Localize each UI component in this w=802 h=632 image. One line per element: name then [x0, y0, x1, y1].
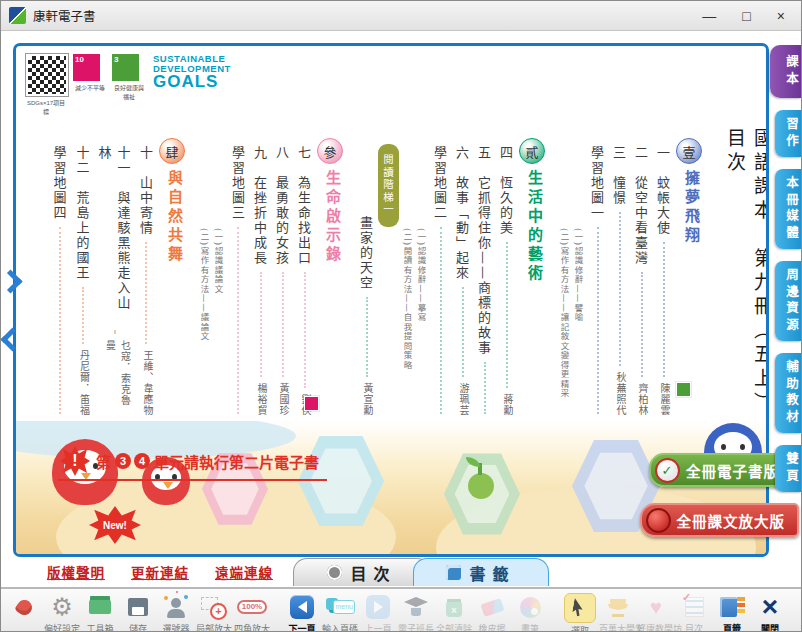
- toolbar-item-label: 儲存: [119, 622, 157, 632]
- tool-頁籤[interactable]: 頁籤: [713, 590, 751, 632]
- toc-entry[interactable]: 學習地圖三 106: [227, 112, 247, 434]
- right-tab-習作[interactable]: 習作: [775, 110, 801, 157]
- toc-entry[interactable]: 三 憧憬 秋蕪照代 26: [609, 112, 628, 434]
- tool-上一頁[interactable]: 上一頁: [359, 590, 397, 632]
- tool-局部放大[interactable]: 局部放大: [195, 590, 233, 632]
- tool-選取[interactable]: 選取: [561, 590, 599, 632]
- entry-author: 游珮芸: [452, 383, 471, 416]
- disc-notice: ! 第 34 單元請執行第二片電子書: [58, 446, 327, 481]
- page-tabs-icon: [717, 593, 747, 621]
- toolbar-item-label: 偏好設定: [43, 622, 81, 632]
- footer-link-版權聲明[interactable]: 版權聲明: [47, 562, 105, 582]
- tool-好康教學坊[interactable]: 好康教學坊: [637, 590, 675, 632]
- tool-下一頁[interactable]: 下一頁: [283, 590, 321, 632]
- toc-entry[interactable]: 二 從空中看臺灣 齊柏林 18: [631, 112, 650, 434]
- right-tab-label: 課本: [784, 55, 798, 88]
- toolbar-item-label: 選取: [561, 624, 599, 632]
- side-button-label: 全冊課文放大版: [677, 510, 786, 531]
- toolbar-item-label: 輸入頁碼: [321, 622, 359, 632]
- dotted-leader: [227, 225, 247, 416]
- toc-entry[interactable]: 四 恆久的美 蔣勳 40: [496, 112, 515, 434]
- whole-book-enlarged-text-button[interactable]: ✓ 全冊課文放大版: [640, 503, 800, 537]
- exclamation-star-icon: !: [60, 446, 90, 476]
- toc-entry[interactable]: 十 山中寄情 王維、韋應物 112: [136, 112, 155, 434]
- window-close-button[interactable]: ×: [777, 9, 785, 23]
- quiz-hall-icon: [603, 593, 633, 621]
- teach-shop-icon: [641, 593, 671, 621]
- table-of-contents: 國語課本 第九冊（五上） 目次 壹 擁夢飛翔 一 蚊帳大使 陳麗雲 8 二 從空…: [46, 112, 769, 434]
- tool-電子班長[interactable]: 電子班長: [397, 590, 435, 632]
- tool-全部清除[interactable]: 全部清除: [435, 590, 473, 632]
- toc-unit: 貳 生活中的藝術 四 恆久的美 蔣勳 40 五 它抓得住你——商標的故事 48 …: [356, 112, 545, 434]
- tool-關閉[interactable]: 關閉: [751, 590, 789, 632]
- footer-link-遠端連線[interactable]: 遠端連線: [215, 562, 273, 582]
- sdg-goals-logo: SUSTAINABLE DEVELOPMENT GOALS: [153, 54, 231, 90]
- tool-目次[interactable]: 目次: [675, 590, 713, 632]
- toc-entry[interactable]: 八 最勇敢的女孩 黃國珍 88: [272, 112, 291, 434]
- toc-entry[interactable]: 學習地圖四 144: [49, 112, 69, 434]
- toolbox-icon: [85, 593, 115, 621]
- toc-entry[interactable]: 九 在挫折中成長 楊裕貿 96: [250, 112, 269, 434]
- toc-entry[interactable]: 畫家的天空 黃宣勳 72: [356, 112, 375, 434]
- toc-entry[interactable]: 學習地圖二 68: [430, 112, 449, 434]
- zoom-local-icon: [199, 593, 229, 621]
- unit-number-badge: 壹: [676, 138, 702, 164]
- toc-entry[interactable]: 十一 與達駭黑熊走入山林 乜寇．索克魯曼 122: [95, 112, 133, 434]
- toc-entry[interactable]: 六 故事「動」起來 游珮芸 58: [452, 112, 471, 434]
- brush-icon: [515, 593, 545, 621]
- entry-title: 一 蚊帳大使: [653, 146, 672, 236]
- sdg10-badge: 10: [73, 54, 100, 81]
- sdg-logo-strip: SDGs×17項目標 10 減少不平等 3 良好健康與福祉 SUSTAINABL…: [26, 54, 231, 116]
- qr-code: [26, 54, 68, 96]
- window-maximize-button[interactable]: □: [742, 9, 750, 23]
- right-tab-label: 本冊媒體: [784, 176, 798, 242]
- right-tab-輔助教材[interactable]: 輔助教材: [775, 353, 801, 433]
- app-window: 康軒電子書 —□× SDGs×17項目標 10 減少不平等 3 良好健康與福祉 …: [0, 0, 802, 632]
- toolbar-item-label: 局部放大: [195, 622, 233, 632]
- toc-subnote: (一)認識修辭——摹寫: [415, 112, 427, 434]
- entry-author: 蔣勳: [496, 394, 515, 416]
- right-tab-label: 輔助教材: [784, 360, 798, 426]
- sdg10-caption: 減少不平等: [73, 83, 107, 92]
- eraser-icon: [477, 593, 507, 621]
- dotted-leader: [72, 285, 92, 346]
- toc-subnote: (二)寫作有方法——議論文: [198, 112, 210, 434]
- bottom-tab-目次[interactable]: 目次: [293, 558, 431, 586]
- right-tab-周邊資源[interactable]: 周邊資源: [775, 261, 801, 341]
- toolbar-item-label: 工具箱: [81, 622, 119, 632]
- tool-儲存[interactable]: 儲存: [119, 590, 157, 632]
- entry-title: 九 在挫折中成長: [250, 146, 269, 266]
- tool-四角放大[interactable]: 100% 四角放大: [233, 590, 271, 632]
- window-minimize-button[interactable]: —: [702, 9, 716, 23]
- dotted-leader: [250, 270, 269, 379]
- tool-百萬大學堂[interactable]: 百萬大學堂: [599, 590, 637, 632]
- bottom-tab-書籤[interactable]: 書籤: [413, 558, 549, 586]
- tool-輸入頁碼[interactable]: menu 輸入頁碼: [321, 590, 359, 632]
- toc-subnote: (一)認識修辭——譬喻: [572, 112, 584, 434]
- toc-entry[interactable]: 七 為生命找出口 劉俠 80: [294, 112, 313, 434]
- toc-entry[interactable]: 五 它抓得住你——商標的故事 48: [474, 112, 493, 434]
- entry-author: 乜寇．索克魯曼: [95, 340, 133, 416]
- right-tab-本冊媒體[interactable]: 本冊媒體: [775, 169, 801, 249]
- toc-entry[interactable]: 十二 荒島上的國王 丹尼爾．笛福 134: [72, 112, 92, 434]
- right-tab-雙頁[interactable]: 雙頁: [775, 445, 801, 492]
- tool-工具箱[interactable]: 工具箱: [81, 590, 119, 632]
- toc-entry[interactable]: 一 蚊帳大使 陳麗雲 8: [653, 112, 672, 434]
- entry-title: 十一 與達駭黑熊走入山林: [95, 146, 133, 324]
- unit-number-badge: 貳: [519, 138, 545, 164]
- toolbar-item-label: 頁籤: [713, 622, 751, 632]
- dotted-leader: [587, 225, 606, 416]
- tool-偏好設定[interactable]: 偏好設定: [43, 590, 81, 632]
- tool-橡皮擦[interactable]: 橡皮擦: [473, 590, 511, 632]
- tool-選號器[interactable]: 選號器: [157, 590, 195, 632]
- entry-title: 學習地圖一: [587, 146, 606, 221]
- bottom-tab-label: 書籤: [469, 561, 515, 585]
- right-tab-課本[interactable]: 課本: [770, 45, 801, 98]
- tool-畫筆[interactable]: 畫筆: [511, 590, 549, 632]
- tool-pin[interactable]: [5, 590, 43, 622]
- footer-link-更新連結[interactable]: 更新連結: [131, 562, 189, 582]
- toc-entry[interactable]: 學習地圖一 34: [587, 112, 606, 434]
- notice-prefix: 第: [96, 451, 111, 472]
- toolbar-item-label: 好康教學坊: [637, 622, 675, 632]
- entry-author: 齊柏林: [631, 383, 650, 416]
